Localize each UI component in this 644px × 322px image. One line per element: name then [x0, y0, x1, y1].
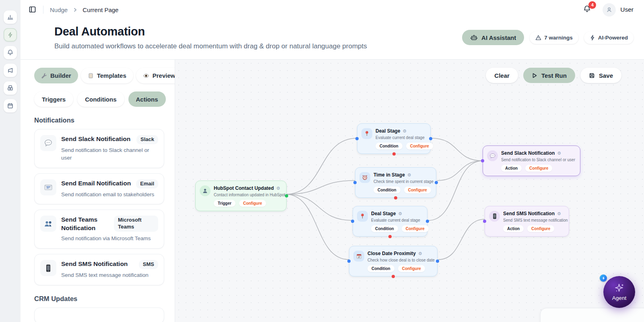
palette-item-email[interactable]: Send Email Notification Email Send notif… [34, 173, 164, 205]
node-description: Check how close deal is to close date [367, 258, 433, 262]
agent-button[interactable]: Agent [603, 276, 635, 308]
palette-item-badge: Email [136, 179, 158, 189]
node-condition-deal-stage-2[interactable]: Deal Stage ⚙ Evaluate current deal stage… [353, 206, 427, 237]
false-port[interactable] [388, 235, 392, 238]
palette-item-description: Send notification email to stakeholders [61, 191, 158, 199]
output-port[interactable] [436, 260, 439, 263]
speech-balloon-icon [487, 150, 498, 161]
false-port[interactable] [394, 196, 397, 199]
filter-triggers[interactable]: Triggers [34, 91, 73, 107]
node-condition-deal-stage-1[interactable]: Deal Stage ⚙ Evaluate current deal stage… [357, 123, 431, 154]
output-port[interactable] [435, 181, 438, 184]
clear-button[interactable]: Clear [486, 68, 518, 83]
pushpin-icon [357, 211, 368, 222]
gear-icon[interactable]: ⚙ [276, 186, 280, 191]
false-port[interactable] [392, 275, 395, 278]
test-run-label: Test Run [541, 72, 567, 79]
calendar-icon[interactable] [4, 99, 17, 112]
section-title-notifications: Notifications [34, 116, 164, 124]
tab-templates[interactable]: Templates [81, 68, 133, 83]
palette-item-teams[interactable]: Send Teams Notification Microsoft Teams … [34, 210, 164, 249]
configure-button[interactable]: Configure [398, 265, 425, 272]
gear-icon[interactable]: ⚙ [407, 173, 411, 177]
breadcrumb-app[interactable]: Nudge [50, 6, 68, 13]
workflow-canvas[interactable]: Clear Test Run Save [175, 60, 644, 322]
gear-icon[interactable]: ⚙ [402, 129, 407, 133]
node-type-badge: Action [503, 225, 524, 232]
configure-button[interactable]: Configure [239, 200, 266, 207]
node-action-sms[interactable]: Send SMS Notification ⚙ Send SMS text me… [485, 206, 569, 237]
zap-icon [590, 35, 595, 41]
configure-button[interactable]: Configure [406, 143, 433, 150]
input-port[interactable] [355, 137, 359, 140]
tab-preview[interactable]: Preview [136, 68, 175, 83]
filter-conditions[interactable]: Conditions [77, 91, 124, 107]
notification-bell-icon[interactable]: 4 [583, 5, 591, 15]
false-port[interactable] [392, 152, 396, 156]
node-title: Deal Stage [376, 128, 400, 134]
sidebar-toggle-icon[interactable] [29, 6, 37, 14]
clear-label: Clear [494, 72, 510, 79]
top-bar: Nudge Current Page 4 User [21, 0, 644, 19]
notifications-icon[interactable] [4, 46, 17, 59]
configure-button[interactable]: Configure [402, 225, 429, 232]
node-action-slack[interactable]: Send Slack Notification ⚙ Send notificat… [483, 145, 580, 176]
node-description: Check time spent in current stage [374, 179, 432, 184]
input-port[interactable] [351, 220, 354, 223]
warnings-chip[interactable]: 7 warnings [530, 31, 578, 44]
gear-icon[interactable]: ⚙ [557, 151, 561, 156]
palette-item-description: Send notification to Slack channel or us… [61, 147, 158, 162]
configure-button[interactable]: Configure [525, 165, 552, 172]
page-header: Deal Automation Build automated workflow… [21, 19, 644, 59]
node-trigger-hubspot[interactable]: HubSpot Contact Updated ⚙ Contact inform… [195, 181, 287, 211]
output-port[interactable] [426, 220, 429, 223]
save-button[interactable]: Save [580, 68, 621, 83]
input-port[interactable] [483, 220, 486, 223]
page-subtitle: Build automated workflows to accelerate … [54, 42, 367, 50]
analytics-icon[interactable] [4, 10, 17, 24]
view-tabs: Builder Templates Preview [34, 68, 164, 83]
user-avatar[interactable] [603, 3, 616, 17]
node-type-badge: Condition [374, 187, 400, 193]
output-port[interactable] [429, 137, 432, 140]
configure-button[interactable]: Configure [404, 187, 431, 193]
palette-panel: Builder Templates Preview Triggers Condi… [21, 60, 175, 322]
node-description: Evaluate current deal stage [376, 135, 426, 140]
configure-button[interactable]: Configure [527, 225, 554, 232]
gear-icon[interactable]: ⚙ [557, 212, 561, 216]
chevron-right-icon [72, 7, 78, 12]
palette-item-sms[interactable]: Send SMS Notification SMS Send SMS text … [34, 254, 164, 285]
palette-item-slack[interactable]: Send Slack Notification Slack Send notif… [34, 129, 164, 168]
announcements-icon[interactable] [4, 64, 17, 77]
ai-assistant-label: AI Assistant [481, 34, 516, 41]
filter-actions[interactable]: Actions [128, 91, 166, 107]
bottom-right-panel [540, 308, 644, 322]
node-type-filters: Triggers Conditions Actions [34, 91, 164, 107]
tab-builder-label: Builder [50, 72, 71, 79]
palette-item-title: Send Teams Notification [61, 216, 111, 233]
gear-icon[interactable]: ⚙ [418, 251, 422, 256]
alarm-clock-icon [359, 172, 370, 183]
ai-powered-chip: AI-Powered [584, 31, 634, 44]
test-run-button[interactable]: Test Run [523, 68, 575, 83]
icon-rail [0, 0, 21, 322]
node-description: Contact information updated in HubSpot [214, 193, 282, 197]
node-condition-close-date[interactable]: 17 Close Date Proximity ⚙ Check how clos… [349, 246, 438, 276]
reports-icon[interactable] [4, 81, 17, 95]
tab-builder[interactable]: Builder [34, 68, 78, 83]
automation-icon[interactable] [4, 28, 17, 42]
output-port[interactable] [285, 194, 288, 197]
ai-powered-label: AI-Powered [598, 35, 628, 41]
user-menu[interactable]: User [620, 6, 634, 13]
input-port[interactable] [347, 260, 351, 263]
input-port[interactable] [353, 181, 357, 184]
node-condition-time-in-stage[interactable]: Time in Stage ⚙ Check time spent in curr… [355, 167, 436, 198]
input-port[interactable] [481, 159, 484, 162]
node-type-badge: Action [501, 165, 522, 172]
save-label: Save [599, 72, 613, 79]
palette-item-partial[interactable] [34, 307, 164, 322]
gear-icon[interactable]: ⚙ [398, 212, 402, 216]
person-icon [200, 185, 211, 196]
palette-item-badge: Microsoft Teams [114, 216, 158, 232]
ai-assistant-button[interactable]: AI Assistant [462, 30, 524, 45]
